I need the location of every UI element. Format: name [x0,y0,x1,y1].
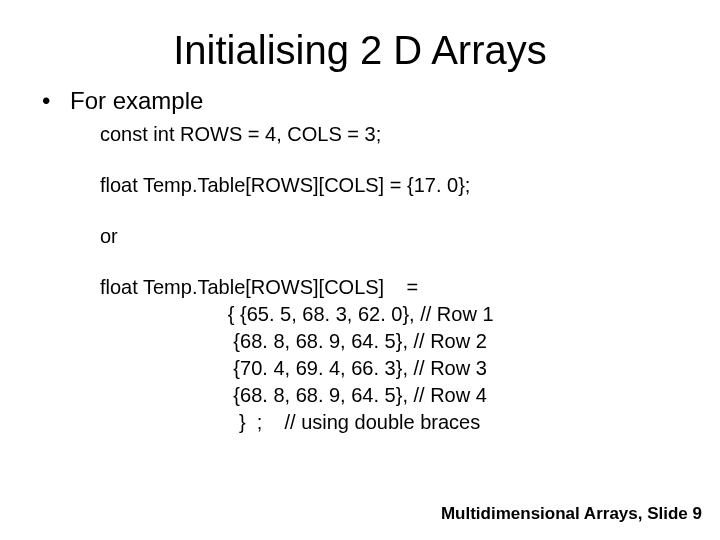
slide-body: • For example const int ROWS = 4, COLS =… [0,73,720,436]
code-line-2: float Temp.Table[ROWS][COLS] = {17. 0}; [100,172,680,199]
code-line-6: {68. 8, 68. 9, 64. 5}, // Row 2 [100,328,680,355]
code-line-5: { {65. 5, 68. 3, 62. 0}, // Row 1 [100,301,680,328]
code-line-1: const int ROWS = 4, COLS = 3; [100,121,680,148]
bullet-dot: • [40,87,70,115]
slide: Initialising 2 D Arrays • For example co… [0,0,720,540]
code-line-8: {68. 8, 68. 9, 64. 5}, // Row 4 [100,382,680,409]
code-line-9: } ; // using double braces [100,409,680,436]
slide-title: Initialising 2 D Arrays [0,0,720,73]
bullet-item: • For example [40,87,680,115]
bullet-text: For example [70,87,680,115]
code-line-3: or [100,223,680,250]
code-line-4: float Temp.Table[ROWS][COLS] = [100,274,680,301]
slide-footer: Multidimensional Arrays, Slide 9 [441,504,702,524]
code-line-7: {70. 4, 69. 4, 66. 3}, // Row 3 [100,355,680,382]
